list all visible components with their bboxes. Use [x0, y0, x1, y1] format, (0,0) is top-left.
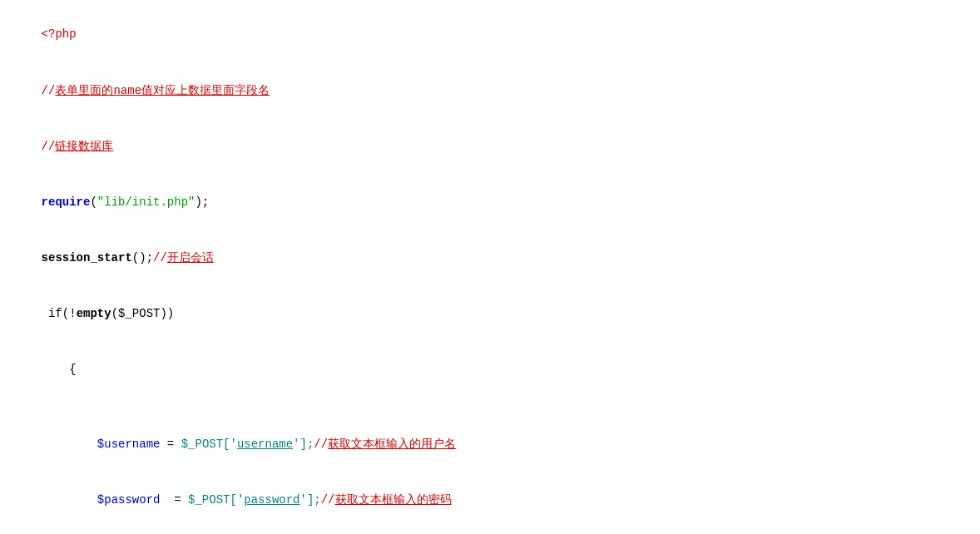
comment-username-text: 获取文本框输入的用户名 — [328, 438, 456, 451]
line-6: if(!empty($_POST)) — [13, 286, 967, 342]
post-close-1: ]; — [300, 438, 314, 451]
session-start-func: session_start — [42, 251, 132, 265]
comment-cn-1: // — [42, 84, 56, 97]
line-3: //链接数据库 — [13, 118, 967, 174]
comment-password-text: 获取文本框输入的密码 — [335, 493, 452, 507]
line-11: //操作sql语句 — [13, 528, 967, 534]
comment-session: // — [153, 251, 167, 265]
session-parens: (); — [132, 251, 153, 265]
if-keyword: if(! — [42, 307, 77, 320]
comment-username: // — [314, 438, 328, 451]
post-close-2: ]; — [307, 493, 321, 507]
comment-password: // — [321, 493, 335, 507]
post-var: $_POST[ — [181, 438, 230, 451]
post-key-2: 'password' — [237, 493, 307, 507]
line-2: //表单里面的name值对应上数据里面字段名 — [13, 62, 967, 118]
password-indent — [42, 493, 97, 507]
code-editor: <?php //表单里面的name值对应上数据里面字段名 //链接数据库 req… — [0, 0, 980, 534]
post-key-1: 'username' — [230, 438, 299, 451]
password-eq: = — [160, 493, 188, 507]
empty-func: empty — [77, 307, 111, 320]
comment-cn-2-text: 链接数据库 — [55, 140, 113, 153]
comment-cn-1-text: 表单里面的name值对应上数据里面字段名 — [55, 84, 270, 97]
empty-args: ($_POST)) — [111, 307, 175, 320]
comment-session-text: 开启会话 — [167, 251, 214, 265]
username-indent — [42, 438, 97, 451]
line-9: $username = $_POST['username'];//获取文本框输入… — [13, 417, 967, 472]
open-brace-1: { — [42, 363, 77, 376]
require-paren: ( — [90, 195, 97, 209]
username-eq: = — [160, 438, 181, 451]
require-keyword: require — [42, 195, 91, 209]
php-tag: <?php — [42, 27, 77, 41]
password-var: $password — [97, 493, 161, 507]
comment-cn-2: // — [42, 140, 56, 153]
require-string: "lib/init.php" — [97, 195, 196, 209]
line-5: session_start();//开启会话 — [13, 230, 967, 286]
require-close: ); — [195, 195, 209, 209]
post-var-2: $_POST[ — [188, 493, 237, 507]
username-var: $username — [97, 438, 161, 451]
line-7: { — [13, 342, 967, 398]
line-1: <?php — [13, 7, 967, 62]
line-10: $password = $_POST['password'];//获取文本框输入… — [13, 472, 967, 528]
line-4: require("lib/init.php"); — [13, 175, 967, 230]
line-8 — [13, 398, 967, 416]
